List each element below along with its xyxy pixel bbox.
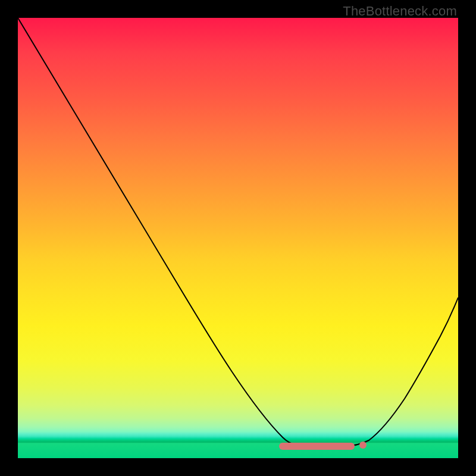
bottleneck-curve	[18, 18, 458, 446]
curve-overlay	[18, 18, 458, 458]
chart-container: TheBottleneck.com	[0, 0, 476, 476]
watermark-text: TheBottleneck.com	[343, 4, 457, 19]
optimal-point-dot	[359, 441, 367, 449]
